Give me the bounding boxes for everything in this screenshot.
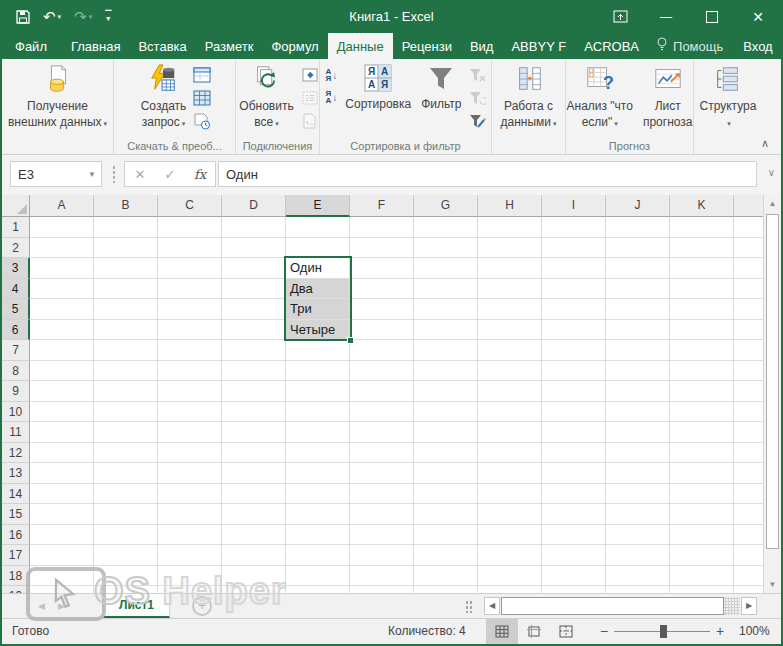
cell-F5[interactable] — [350, 299, 414, 320]
cell-B17[interactable] — [94, 545, 158, 566]
page-layout-view-button[interactable] — [518, 619, 550, 644]
cell-K11[interactable] — [670, 422, 734, 443]
row-header-1[interactable]: 1 — [2, 217, 30, 238]
undo-icon[interactable]: ↶▾ — [43, 9, 61, 24]
cell-B2[interactable] — [94, 238, 158, 259]
cell-partial[interactable] — [734, 340, 763, 361]
column-header-D[interactable]: D — [222, 195, 286, 217]
cell-A18[interactable] — [30, 566, 94, 587]
tab-формул[interactable]: Формул — [262, 33, 327, 59]
cell-H18[interactable] — [478, 566, 542, 587]
cell-G18[interactable] — [414, 566, 478, 587]
cell-K2[interactable] — [670, 238, 734, 259]
cell-A3[interactable] — [30, 258, 94, 279]
cell-B4[interactable] — [94, 279, 158, 300]
cell-A7[interactable] — [30, 340, 94, 361]
cell-B6[interactable] — [94, 320, 158, 341]
cell-I9[interactable] — [542, 381, 606, 402]
sheet-grid[interactable]: ABCDEFGHIJK 123Один4Два5Три6Четыре789101… — [2, 195, 763, 593]
cell-A16[interactable] — [30, 525, 94, 546]
cell-F15[interactable] — [350, 504, 414, 525]
tab-главная[interactable]: Главная — [62, 33, 129, 59]
zoom-slider-thumb[interactable] — [660, 625, 667, 638]
row-header-5[interactable]: 5 — [2, 299, 30, 320]
cell-partial[interactable] — [734, 258, 763, 279]
column-header-A[interactable]: A — [30, 195, 94, 217]
cell-E8[interactable] — [286, 361, 350, 382]
cell-E13[interactable] — [286, 463, 350, 484]
cell-H6[interactable] — [478, 320, 542, 341]
cell-H11[interactable] — [478, 422, 542, 443]
column-header-F[interactable]: F — [350, 195, 414, 217]
cell-I14[interactable] — [542, 484, 606, 505]
cell-J15[interactable] — [606, 504, 670, 525]
cell-E11[interactable] — [286, 422, 350, 443]
column-header-B[interactable]: B — [94, 195, 158, 217]
cell-F9[interactable] — [350, 381, 414, 402]
cell-I1[interactable] — [542, 217, 606, 238]
cell-partial[interactable] — [734, 504, 763, 525]
cell-D9[interactable] — [222, 381, 286, 402]
cell-F8[interactable] — [350, 361, 414, 382]
row-header-12[interactable]: 12 — [2, 443, 30, 464]
cell-J18[interactable] — [606, 566, 670, 587]
maximize-button[interactable] — [689, 0, 735, 33]
cell-I16[interactable] — [542, 525, 606, 546]
cell-J4[interactable] — [606, 279, 670, 300]
cell-F13[interactable] — [350, 463, 414, 484]
cell-C7[interactable] — [158, 340, 222, 361]
name-box-dropdown-icon[interactable]: ▼ — [83, 170, 101, 179]
cell-partial[interactable] — [734, 463, 763, 484]
cell-partial[interactable] — [734, 443, 763, 464]
outline-button[interactable]: Структура ▾ — [696, 61, 761, 130]
cell-H2[interactable] — [478, 238, 542, 259]
cell-A6[interactable] — [30, 320, 94, 341]
cell-B16[interactable] — [94, 525, 158, 546]
new-query-button[interactable]: Создать запрос▾ — [137, 61, 191, 130]
cell-C3[interactable] — [158, 258, 222, 279]
cell-F4[interactable] — [350, 279, 414, 300]
cell-partial[interactable] — [734, 299, 763, 320]
cell-E14[interactable] — [286, 484, 350, 505]
cell-C10[interactable] — [158, 402, 222, 423]
cell-F6[interactable] — [350, 320, 414, 341]
cell-E2[interactable] — [286, 238, 350, 259]
customize-qat-icon[interactable]: ▔▾ — [105, 13, 111, 21]
cell-partial[interactable] — [734, 217, 763, 238]
horizontal-scroll-track[interactable] — [724, 597, 740, 615]
cell-A9[interactable] — [30, 381, 94, 402]
tab-вид[interactable]: Вид — [461, 33, 503, 59]
fill-handle[interactable] — [347, 337, 354, 344]
tab-данные[interactable]: Данные — [328, 33, 393, 59]
cell-F18[interactable] — [350, 566, 414, 587]
cell-G7[interactable] — [414, 340, 478, 361]
cell-A4[interactable] — [30, 279, 94, 300]
refresh-all-button[interactable]: Обновить все▾ — [235, 61, 297, 130]
cell-G3[interactable] — [414, 258, 478, 279]
column-header-I[interactable]: I — [542, 195, 606, 217]
cell-F1[interactable] — [350, 217, 414, 238]
sheet-tab[interactable]: Лист1 — [103, 594, 170, 618]
cell-K19[interactable] — [670, 586, 734, 593]
properties-icon[interactable] — [300, 89, 320, 107]
row-header-15[interactable]: 15 — [2, 504, 30, 525]
cell-B18[interactable] — [94, 566, 158, 587]
cell-F2[interactable] — [350, 238, 414, 259]
new-sheet-button[interactable]: + — [192, 596, 212, 616]
scroll-down-icon[interactable]: ▼ — [764, 576, 781, 593]
cell-K10[interactable] — [670, 402, 734, 423]
cell-I3[interactable] — [542, 258, 606, 279]
cell-B14[interactable] — [94, 484, 158, 505]
cell-G6[interactable] — [414, 320, 478, 341]
cell-partial[interactable] — [734, 422, 763, 443]
cell-A12[interactable] — [30, 443, 94, 464]
sort-button[interactable]: ЯААЯ Сортировка — [341, 61, 415, 111]
cell-F16[interactable] — [350, 525, 414, 546]
cell-C1[interactable] — [158, 217, 222, 238]
cell-K3[interactable] — [670, 258, 734, 279]
cell-I6[interactable] — [542, 320, 606, 341]
cell-J2[interactable] — [606, 238, 670, 259]
redo-icon[interactable]: ↷▾ — [74, 9, 92, 24]
tab-acroba[interactable]: ACROBA — [575, 33, 648, 59]
column-header-partial[interactable] — [734, 195, 763, 217]
